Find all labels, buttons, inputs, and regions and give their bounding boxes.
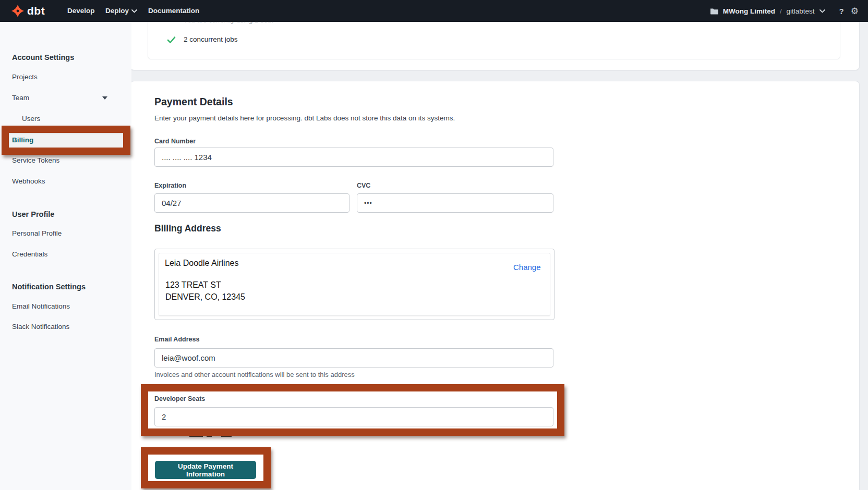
- annotation-box-developer-seats: [141, 384, 564, 436]
- folder-icon: [710, 8, 718, 15]
- payment-details-subtitle: Enter your payment details here for proc…: [154, 114, 455, 122]
- annotation-box-billing: [2, 126, 130, 155]
- sidebar-header-user-profile: User Profile: [12, 209, 122, 219]
- sidebar-item-service-tokens[interactable]: Service Tokens: [12, 155, 116, 166]
- billing-address-name: Leia Doodle Airlines: [165, 259, 238, 268]
- billing-address-line1: 123 TREAT ST: [165, 280, 221, 290]
- help-icon[interactable]: ?: [839, 7, 844, 16]
- nav-account-area: MWong Limited / gitlabtest ? ⚙: [710, 0, 859, 22]
- card-number-input[interactable]: [154, 148, 553, 167]
- email-address-label: Email Address: [154, 336, 199, 343]
- sidebar-header-account-settings: Account Settings: [12, 52, 122, 63]
- breadcrumb-separator: /: [780, 7, 782, 15]
- nav-item-documentation[interactable]: Documentation: [148, 0, 199, 22]
- change-address-link[interactable]: Change: [513, 263, 541, 272]
- billing-address-title: Billing Address: [154, 223, 221, 234]
- sidebar-item-slack-notifications[interactable]: Slack Notifications: [12, 322, 116, 332]
- sidebar-item-users[interactable]: Users: [22, 114, 126, 124]
- cvc-input[interactable]: [357, 193, 553, 213]
- nav-item-develop[interactable]: Develop: [67, 0, 95, 22]
- check-icon: [167, 35, 176, 44]
- dbt-logo-icon[interactable]: [11, 5, 24, 17]
- sidebar-item-projects[interactable]: Projects: [12, 72, 116, 82]
- nav-item-label: Deploy: [105, 0, 129, 22]
- chevron-down-icon[interactable]: [102, 96, 107, 100]
- nav-item-label: Documentation: [148, 0, 199, 22]
- email-helper-text: Invoices and other account notifications…: [154, 371, 355, 378]
- cvc-label: CVC: [357, 182, 370, 189]
- chevron-down-icon: [131, 9, 137, 13]
- gear-icon[interactable]: ⚙: [851, 6, 859, 16]
- concurrent-jobs-text: 2 concurrent jobs: [184, 35, 238, 44]
- project-name[interactable]: gitlabtest: [787, 7, 815, 15]
- billing-address-line2: DENVER, CO, 12345: [165, 292, 245, 302]
- card-number-label: Card Number: [154, 138, 196, 145]
- nav-item-label: Develop: [67, 0, 95, 22]
- expiration-label: Expiration: [154, 182, 186, 189]
- email-address-input[interactable]: [154, 348, 553, 368]
- payment-details-title: Payment Details: [154, 96, 233, 108]
- chevron-down-icon[interactable]: [819, 9, 825, 13]
- sidebar-header-notification-settings: Notification Settings: [12, 281, 122, 292]
- sidebar-item-personal-profile[interactable]: Personal Profile: [12, 228, 116, 239]
- nav-item-deploy[interactable]: Deploy: [105, 0, 137, 22]
- dbt-logo-text[interactable]: dbt: [27, 0, 45, 22]
- expiration-input[interactable]: [154, 193, 349, 213]
- sidebar-item-credentials[interactable]: Credentials: [12, 249, 116, 260]
- account-name[interactable]: MWong Limited: [723, 7, 775, 15]
- sidebar-item-team[interactable]: Team: [12, 93, 116, 103]
- sidebar-item-webhooks[interactable]: Webhooks: [12, 176, 116, 187]
- annotation-box-update-button: [141, 447, 271, 488]
- sidebar-item-email-notifications[interactable]: Email Notifications: [12, 301, 116, 312]
